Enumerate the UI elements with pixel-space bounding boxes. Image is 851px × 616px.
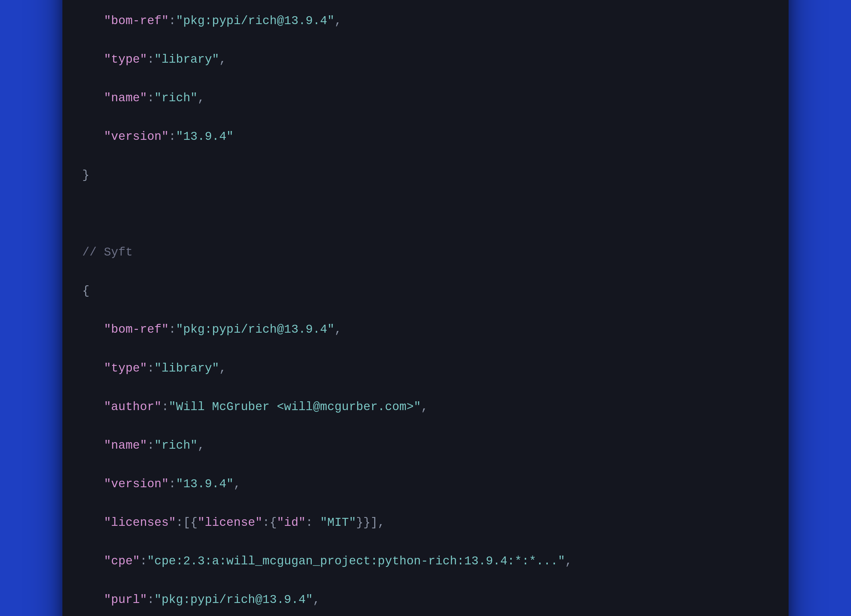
json-key: "author": [104, 400, 161, 414]
code-line: "bom-ref":"pkg:pypi/rich@13.9.4",: [82, 11, 769, 31]
code-line: "licenses":[{"license":{"id": "MIT"}}],: [82, 513, 769, 532]
json-key: "bom-ref": [104, 323, 169, 337]
json-key: "bom-ref": [104, 14, 169, 28]
json-value: "rich": [154, 439, 197, 452]
code-line: {: [82, 281, 769, 300]
code-block: // pipdeptree + cyclonedx-py { "bom-ref"…: [82, 0, 769, 616]
json-key: "cpe": [104, 554, 140, 568]
json-value: "pkg:pypi/rich@13.9.4": [176, 14, 334, 28]
code-line: "type":"library",: [82, 359, 769, 378]
code-line: "name":"rich",: [82, 89, 769, 108]
code-line: "bom-ref":"pkg:pypi/rich@13.9.4",: [82, 320, 769, 339]
json-value: "pkg:pypi/rich@13.9.4": [176, 323, 334, 337]
code-line: // Syft: [82, 243, 769, 262]
json-key: "type": [104, 53, 147, 66]
code-line: "version":"13.9.4": [82, 127, 769, 146]
json-value: "cpe:2.3:a:will_mcgugan_project:python-r…: [147, 554, 565, 568]
json-key: "licenses": [104, 516, 176, 529]
blank-line: [82, 204, 769, 224]
code-line: "purl":"pkg:pypi/rich@13.9.4",: [82, 590, 769, 610]
json-key: "version": [104, 130, 169, 144]
json-key: "purl": [104, 593, 147, 607]
json-value: "13.9.4": [176, 477, 233, 491]
json-key: "version": [104, 477, 169, 491]
json-value: "library": [154, 362, 219, 375]
json-value: "Will McGruber <will@mcgurber.com>": [169, 400, 421, 414]
json-key: "type": [104, 362, 147, 375]
code-line: "name":"rich",: [82, 436, 769, 455]
code-line: "cpe":"cpe:2.3:a:will_mcgugan_project:py…: [82, 551, 769, 571]
json-value: "pkg:pypi/rich@13.9.4": [154, 593, 313, 607]
json-key: "name": [104, 91, 147, 105]
code-window: // pipdeptree + cyclonedx-py { "bom-ref"…: [62, 0, 789, 616]
json-key: "name": [104, 439, 147, 452]
code-line: }: [82, 165, 769, 185]
json-key: "license": [197, 516, 262, 529]
json-value: "rich": [154, 91, 197, 105]
json-value: "13.9.4": [176, 130, 233, 144]
json-key: "id": [277, 516, 306, 529]
code-line: "version":"13.9.4",: [82, 475, 769, 494]
json-value: "library": [154, 53, 219, 66]
code-line: "author":"Will McGruber <will@mcgurber.c…: [82, 397, 769, 417]
json-value: "MIT": [320, 516, 356, 529]
code-line: "type":"library",: [82, 50, 769, 69]
comment: // Syft: [82, 246, 133, 259]
